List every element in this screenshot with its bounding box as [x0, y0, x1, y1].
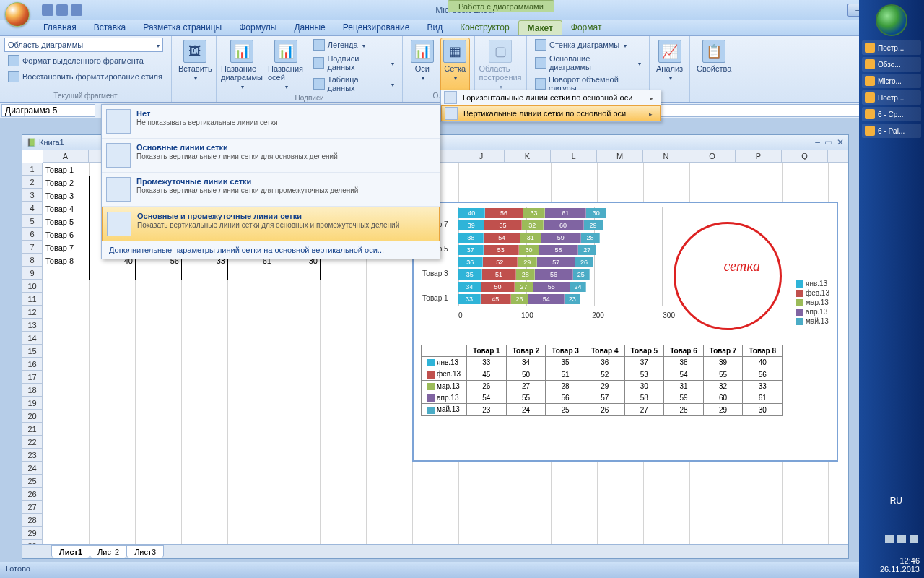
- office-button[interactable]: [0, 0, 29, 20]
- vgrid-icon: [445, 107, 458, 120]
- gridlines-menu: Горизонтальные линии сетки по основной о…: [440, 90, 661, 122]
- taskbar-item[interactable]: Постр...: [862, 40, 921, 55]
- picture-icon: 🖼: [183, 40, 206, 63]
- tab-page-layout[interactable]: Разметка страницы: [134, 20, 230, 35]
- gallery-none[interactable]: НетНе показывать вертикальные линии сетк…: [102, 105, 440, 139]
- gallery-both[interactable]: Основные и промежуточные линии сеткиПока…: [102, 207, 440, 241]
- grid-icon: ▦: [443, 40, 466, 63]
- axes-icon: 📊: [411, 40, 434, 63]
- tray-icons[interactable]: [885, 535, 918, 543]
- sheet-tab-2[interactable]: Лист2: [90, 545, 127, 558]
- hgrid-icon: [444, 91, 457, 104]
- insert-button[interactable]: 🖼Вставить: [176, 38, 214, 92]
- major-icon: [106, 143, 131, 168]
- chart-tools-label: Работа с диаграммами: [448, 0, 554, 12]
- gridlines-button[interactable]: ▦Сетка: [440, 38, 471, 92]
- wb-close-icon[interactable]: ✕: [837, 137, 844, 147]
- tab-chart-design[interactable]: Конструктор: [451, 20, 518, 35]
- tab-chart-layout[interactable]: Макет: [518, 20, 562, 35]
- name-box[interactable]: Диаграмма 5: [1, 104, 95, 117]
- plot-area-icon: ▢: [489, 40, 512, 63]
- sheet-tabs[interactable]: Лист1 Лист2 Лист3: [22, 544, 848, 558]
- group-labels: Подписи: [221, 94, 398, 103]
- taskbar-item[interactable]: Обзо...: [862, 57, 921, 72]
- wb-max-icon[interactable]: ▭: [824, 137, 832, 147]
- excel-doc-icon: 📗: [27, 138, 37, 147]
- group-current-selection: Текущий фрагмент: [4, 92, 167, 100]
- format-selection-button[interactable]: Формат выделенного фрагмента: [4, 53, 167, 68]
- analysis-icon: 📈: [658, 40, 681, 63]
- quick-access-toolbar[interactable]: [42, 4, 82, 16]
- undo-icon[interactable]: [56, 4, 68, 16]
- legend-button[interactable]: Легенда: [310, 38, 398, 52]
- menu-vert-gridlines[interactable]: Вертикальные линии сетки по основной оси: [441, 105, 661, 121]
- row-headers[interactable]: 1234567891011121314151617181920212223242…: [22, 163, 43, 544]
- reset-icon: [8, 71, 19, 82]
- taskbar-item[interactable]: Постр...: [862, 90, 921, 105]
- wall-icon: [535, 39, 546, 51]
- both-icon: [107, 212, 131, 236]
- chart-title-button[interactable]: 📊Название диаграммы: [221, 38, 263, 94]
- data-labels-icon: [313, 57, 325, 69]
- props-icon: 📋: [702, 40, 725, 63]
- chart-title-icon: 📊: [230, 40, 253, 63]
- plot-area-button[interactable]: ▢Область построения: [479, 38, 521, 92]
- chart-element-selector[interactable]: Область диаграммы: [4, 38, 163, 52]
- format-icon: [8, 55, 19, 66]
- save-icon[interactable]: [42, 4, 53, 16]
- x-axis: 0100200300: [458, 311, 675, 319]
- analysis-button[interactable]: 📈Анализ: [654, 38, 685, 92]
- data-table-button[interactable]: Таблица данных: [310, 74, 398, 94]
- minor-icon: [106, 177, 131, 202]
- embedded-chart[interactable]: 4056336130395532602938543159283753305827…: [412, 202, 838, 462]
- wb-min-icon[interactable]: –: [815, 137, 820, 147]
- tab-home[interactable]: Главная: [35, 20, 85, 35]
- tab-review[interactable]: Рецензирование: [334, 20, 419, 35]
- start-button[interactable]: [876, 4, 907, 36]
- redo-icon[interactable]: [71, 4, 82, 16]
- clock[interactable]: 12:4626.11.2013: [880, 556, 920, 574]
- chart-plot-area[interactable]: 4056336130395532602938543159283753305827…: [418, 207, 832, 335]
- status-bar: Готово: [0, 562, 859, 578]
- menu-horiz-gridlines[interactable]: Горизонтальные линии сетки по основной о…: [441, 90, 661, 105]
- chart-wall-button[interactable]: Стенка диаграммы: [531, 38, 645, 52]
- gallery-major[interactable]: Основные линии сеткиПоказать вертикальны…: [102, 139, 440, 173]
- axis-titles-button[interactable]: 📊Названия осей: [266, 38, 307, 94]
- annotation-circle: [674, 222, 782, 330]
- gallery-more-options[interactable]: Дополнительные параметры линий сетки на …: [102, 241, 440, 259]
- reset-style-button[interactable]: Восстановить форматирование стиля: [4, 69, 167, 84]
- legend-icon: [313, 39, 325, 51]
- axes-button[interactable]: 📊Оси: [407, 38, 437, 92]
- data-table-icon: [313, 78, 325, 90]
- chart-legend[interactable]: янв.13фев.13мар.13апр.13май.13: [796, 280, 829, 327]
- tab-insert[interactable]: Вставка: [85, 20, 135, 35]
- vert-gridlines-gallery: НетНе показывать вертикальные линии сетк…: [101, 104, 440, 259]
- tab-view[interactable]: Вид: [418, 20, 451, 35]
- rotate-icon: [535, 78, 546, 90]
- title-bar: Microsoft Excel Работа с диаграммами – ▭…: [0, 0, 924, 20]
- taskbar-item[interactable]: 6 - Ср...: [862, 107, 921, 121]
- tab-formulas[interactable]: Формулы: [230, 20, 285, 35]
- windows-taskbar[interactable]: Постр...Обзо...Micro...Постр...6 - Ср...…: [859, 0, 924, 578]
- gallery-minor[interactable]: Промежуточные линии сеткиПоказать вертик…: [102, 173, 440, 207]
- annotation-text: сетка: [723, 258, 760, 275]
- tab-chart-format[interactable]: Формат: [562, 20, 611, 35]
- none-icon: [106, 109, 131, 134]
- taskbar-item[interactable]: 6 - Pai...: [862, 124, 921, 138]
- floor-icon: [535, 57, 546, 69]
- taskbar-item[interactable]: Micro...: [862, 74, 921, 88]
- language-indicator[interactable]: RU: [890, 496, 902, 506]
- data-labels-button[interactable]: Подписи данных: [310, 53, 398, 73]
- properties-button[interactable]: 📋Свойства: [694, 38, 733, 92]
- sheet-tab-1[interactable]: Лист1: [51, 545, 90, 558]
- tab-data[interactable]: Данные: [285, 20, 334, 35]
- sheet-tab-3[interactable]: Лист3: [126, 545, 164, 558]
- axis-title-icon: 📊: [274, 40, 297, 63]
- chart-data-table: Товар 1Товар 2Товар 3Товар 4Товар 5Товар…: [421, 345, 783, 416]
- ribbon-tabs: Главная Вставка Разметка страницы Формул…: [0, 20, 924, 36]
- chart-floor-button[interactable]: Основание диаграммы: [531, 53, 645, 73]
